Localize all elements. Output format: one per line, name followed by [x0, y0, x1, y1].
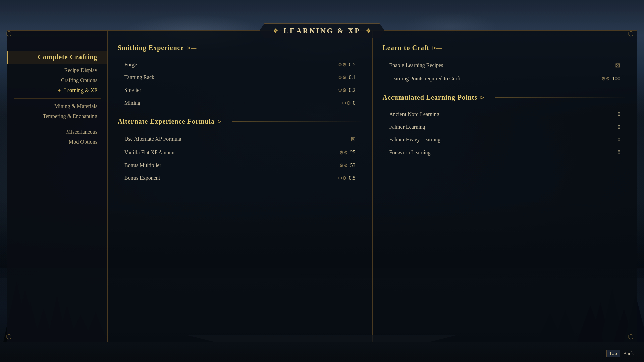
falmer-heavy-value-text: 0 — [618, 137, 620, 143]
sidebar-item-miscellaneous[interactable]: Miscellaneous — [7, 127, 107, 137]
title-bar: ❖ LEARNING & XP ❖ — [259, 23, 384, 38]
ancient-nord-row[interactable]: Ancient Nord Learning 0 — [383, 108, 627, 121]
forge-row[interactable]: Forge ⚙⚙ 0.5 — [118, 58, 362, 71]
bonus-multiplier-label: Bonus Multiplier — [124, 162, 161, 168]
forge-value-icon: ⚙⚙ — [338, 62, 347, 68]
vanilla-flat-xp-value: ⚙⚙ 25 — [339, 149, 356, 156]
sidebar-item-mod-options[interactable]: Mod Options — [7, 137, 107, 147]
learning-points-label: Learning Points required to Craft — [389, 76, 461, 82]
learning-points-icon: ⚙⚙ — [601, 76, 610, 82]
falmer-heavy-row[interactable]: Falmer Heavy Learning 0 — [383, 133, 627, 146]
smelter-value-text: 0.2 — [349, 87, 356, 93]
bonus-multiplier-icon: ⚙⚙ — [339, 163, 348, 168]
falmer-heavy-value: 0 — [618, 137, 620, 143]
main-panel: Complete Crafting Recipe Display Craftin… — [7, 30, 637, 342]
accumulated-section-line — [495, 97, 627, 98]
falmer-heavy-label: Falmer Heavy Learning — [389, 137, 441, 143]
accumulated-section-header: Accumulated Learning Points ⊳— — [383, 94, 627, 101]
bonus-exponent-icon: ⚙⚙ — [338, 175, 347, 181]
bonus-exponent-row[interactable]: Bonus Exponent ⚙⚙ 0.5 — [118, 172, 362, 184]
sidebar: Complete Crafting Recipe Display Craftin… — [7, 31, 108, 342]
sidebar-item-crafting-options[interactable]: Crafting Options — [7, 75, 107, 85]
sidebar-item-learning-xp[interactable]: Learning & XP — [7, 85, 107, 96]
learn-section-header: Learn to Craft ⊳— — [383, 44, 627, 52]
forge-value-text: 0.5 — [349, 62, 356, 68]
use-alternate-xp-row[interactable]: Use Alternate XP Formula ⊠ — [118, 132, 362, 146]
forge-label: Forge — [124, 62, 137, 68]
bonus-exponent-text: 0.5 — [349, 175, 356, 181]
falmer-row[interactable]: Falmer Learning 0 — [383, 121, 627, 133]
sidebar-section-title: Complete Crafting — [7, 51, 107, 64]
mining-label: Mining — [124, 100, 140, 106]
smelter-value: ⚙⚙ 0.2 — [338, 87, 356, 93]
alternate-section-title: Alternate Experience Formula — [118, 118, 215, 125]
tab-key-badge: Tab — [606, 350, 620, 357]
sidebar-item-mining-materials[interactable]: Mining & Materials — [7, 101, 107, 111]
smithing-section-icon: ⊳— — [186, 45, 196, 51]
smelter-value-icon: ⚙⚙ — [338, 87, 347, 93]
left-spacer-1 — [118, 109, 362, 118]
right-spacer-1 — [383, 85, 627, 94]
forsworn-row[interactable]: Forsworn Learning 0 — [383, 146, 627, 159]
left-panel: Smithing Experience ⊳— Forge ⚙⚙ 0.5 Tann… — [108, 31, 373, 342]
mining-value-icon: ⚙⚙ — [342, 100, 351, 106]
ancient-nord-label: Ancient Nord Learning — [389, 111, 439, 117]
corner-ornament-bl: ⬡ — [6, 333, 16, 343]
title-ornament-left: ❖ — [273, 27, 278, 35]
falmer-label: Falmer Learning — [389, 124, 425, 130]
tanning-rack-row[interactable]: Tanning Rack ⚙⚙ 0.1 — [118, 71, 362, 84]
enable-learning-recipes-toggle[interactable]: ⊠ — [615, 62, 620, 69]
bottom-bar-shape — [188, 335, 456, 342]
accumulated-section-icon: ⊳— — [480, 94, 490, 101]
bonus-multiplier-value: ⚙⚙ 53 — [339, 162, 356, 168]
vanilla-flat-xp-text: 25 — [350, 149, 356, 156]
forsworn-value-text: 0 — [618, 149, 620, 156]
vanilla-flat-xp-label: Vanilla Flat XP Amount — [124, 149, 176, 156]
mining-value: ⚙⚙ 0 — [342, 100, 356, 106]
smelter-label: Smelter — [124, 87, 141, 93]
learn-section-icon: ⊳— — [432, 45, 442, 51]
tanning-rack-value-icon: ⚙⚙ — [338, 75, 347, 80]
learning-points-text: 100 — [612, 76, 620, 82]
title-ornament-right: ❖ — [366, 27, 371, 35]
alternate-section-header: Alternate Experience Formula ⊳— — [118, 118, 362, 125]
back-button-area: Tab Back — [606, 350, 634, 357]
smelter-row[interactable]: Smelter ⚙⚙ 0.2 — [118, 84, 362, 97]
tanning-rack-label: Tanning Rack — [124, 74, 154, 80]
page-title: LEARNING & XP — [283, 26, 360, 35]
tanning-rack-value-text: 0.1 — [349, 74, 356, 80]
right-panel: Learn to Craft ⊳— Enable Learning Recipe… — [373, 31, 637, 342]
bonus-multiplier-row[interactable]: Bonus Multiplier ⚙⚙ 53 — [118, 159, 362, 172]
bonus-exponent-value: ⚙⚙ 0.5 — [338, 175, 356, 181]
alternate-section-line — [232, 121, 362, 122]
sidebar-item-tempering-enchanting[interactable]: Tempering & Enchanting — [7, 111, 107, 121]
sidebar-item-recipe-display[interactable]: Recipe Display — [7, 65, 107, 75]
content-area: Smithing Experience ⊳— Forge ⚙⚙ 0.5 Tann… — [108, 31, 637, 342]
vanilla-flat-xp-row[interactable]: Vanilla Flat XP Amount ⚙⚙ 25 — [118, 146, 362, 159]
sidebar-divider-1 — [14, 98, 101, 99]
bottom-bar — [188, 335, 456, 342]
learning-points-row[interactable]: Learning Points required to Craft ⚙⚙ 100 — [383, 72, 627, 85]
forsworn-label: Forsworn Learning — [389, 149, 431, 156]
sidebar-divider-2 — [14, 124, 101, 124]
enable-learning-recipes-row[interactable]: Enable Learning Recipes ⊠ — [383, 58, 627, 72]
falmer-value-text: 0 — [618, 124, 620, 130]
smithing-section-line — [201, 48, 362, 48]
mining-value-text: 0 — [353, 100, 356, 106]
smithing-section-header: Smithing Experience ⊳— — [118, 44, 362, 52]
use-alternate-xp-toggle[interactable]: ⊠ — [351, 135, 356, 143]
ancient-nord-value: 0 — [618, 111, 620, 117]
bonus-exponent-label: Bonus Exponent — [124, 175, 160, 181]
enable-learning-recipes-label: Enable Learning Recipes — [389, 62, 443, 68]
corner-ornament-tr: ⬡ — [628, 29, 638, 40]
vanilla-flat-xp-icon: ⚙⚙ — [339, 150, 348, 156]
corner-ornament-br: ⬡ — [628, 333, 638, 343]
use-alternate-xp-label: Use Alternate XP Formula — [124, 136, 181, 142]
accumulated-section-title: Accumulated Learning Points — [383, 94, 478, 101]
ancient-nord-value-text: 0 — [618, 111, 620, 117]
bonus-multiplier-text: 53 — [350, 162, 356, 168]
learn-section-title: Learn to Craft — [383, 44, 430, 52]
mining-row[interactable]: Mining ⚙⚙ 0 — [118, 97, 362, 109]
learn-section-line — [447, 48, 627, 48]
back-label[interactable]: Back — [623, 351, 634, 357]
